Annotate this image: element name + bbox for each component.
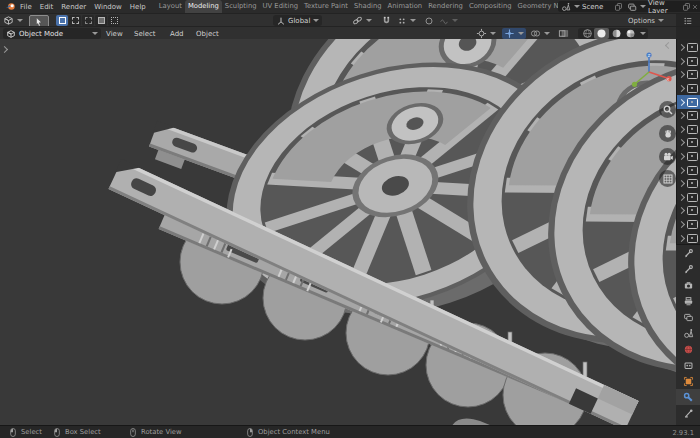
outliner-row[interactable]: [677, 68, 700, 82]
tab-sculpting[interactable]: Sculpting: [222, 0, 260, 13]
tab-uv-editing[interactable]: UV Editing: [260, 0, 301, 13]
tab-object-properties[interactable]: [676, 373, 700, 389]
menu-render[interactable]: Render: [61, 3, 86, 11]
menu-window[interactable]: Window: [94, 3, 122, 11]
transform-orientation-dropdown[interactable]: Global: [273, 15, 322, 26]
editor-type-selector[interactable]: [3, 15, 23, 26]
outliner-row[interactable]: [677, 136, 700, 150]
tab-tool-properties[interactable]: [676, 261, 700, 277]
hint-select: Select: [8, 426, 42, 438]
outliner-row[interactable]: [677, 55, 700, 69]
tab-animation[interactable]: Animation: [385, 0, 426, 13]
properties-editor-icon[interactable]: [676, 245, 700, 261]
mesh-object-icon: [687, 57, 698, 66]
ortho-toggle-button[interactable]: [659, 170, 676, 187]
outliner-row[interactable]: [677, 109, 700, 123]
camera-icon: [662, 151, 674, 163]
editor-3d-viewport-icon: [3, 15, 14, 26]
select-mode-invert[interactable]: [95, 15, 107, 26]
tab-shading[interactable]: Shading: [351, 0, 385, 13]
shading-wireframe[interactable]: [580, 28, 594, 39]
tab-texture-paint[interactable]: Texture Paint: [301, 0, 351, 13]
viewport-model[interactable]: [0, 39, 676, 425]
menu-file[interactable]: File: [20, 3, 32, 11]
outliner-row[interactable]: [677, 82, 700, 96]
view-layer-selector[interactable]: View Layer: [624, 1, 700, 12]
scene-browse-caret: [574, 5, 580, 8]
xray-toggle[interactable]: [558, 28, 569, 39]
outliner-row[interactable]: [677, 123, 700, 137]
snap-settings-dropdown[interactable]: [397, 15, 416, 26]
tab-rendering[interactable]: Rendering: [425, 0, 466, 13]
menu-select[interactable]: Select: [134, 30, 156, 38]
tab-output-properties[interactable]: [676, 293, 700, 309]
tab-render-properties[interactable]: [676, 277, 700, 293]
select-mode-extend[interactable]: [69, 15, 81, 26]
zoom-nav-button[interactable]: [659, 101, 676, 118]
axis-gizmo[interactable]: x z: [628, 51, 676, 95]
snap-dots-icon: [397, 16, 407, 26]
mesh-object-icon: [687, 193, 698, 202]
show-gizmo-toggle[interactable]: [502, 28, 526, 39]
magnet-icon: [381, 15, 392, 26]
status-bar: Select Box Select Rotate View Object Con…: [0, 425, 700, 438]
left-mouse-drag-icon: [52, 427, 62, 438]
menu-edit[interactable]: Edit: [40, 3, 54, 11]
outliner-row[interactable]: [677, 163, 700, 177]
menu-add[interactable]: Add: [170, 30, 184, 38]
tab-modeling[interactable]: Modeling: [185, 0, 222, 13]
shading-solid[interactable]: [594, 28, 609, 39]
pan-nav-button[interactable]: [659, 125, 676, 142]
outliner-row[interactable]: [677, 191, 700, 205]
outliner-row[interactable]: [677, 150, 700, 164]
tab-modifier-properties[interactable]: [676, 389, 700, 405]
remove-view-layer-icon[interactable]: [691, 3, 699, 11]
shading-material[interactable]: [609, 28, 623, 39]
right-mouse-icon: [245, 427, 255, 438]
options-dropdown[interactable]: Options: [628, 15, 664, 26]
select-mode-set[interactable]: [56, 15, 68, 26]
menu-object[interactable]: Object: [196, 30, 219, 38]
select-mode-subtract[interactable]: [82, 15, 94, 26]
outliner-row[interactable]: [677, 177, 700, 191]
outliner-row-selected[interactable]: [677, 95, 700, 109]
outliner-list-icon[interactable]: [683, 16, 693, 26]
toolbar-expand-arrow[interactable]: [2, 47, 7, 52]
menu-help[interactable]: Help: [130, 3, 146, 11]
tab-world-properties[interactable]: [676, 341, 700, 357]
object-mode-icon: [6, 29, 16, 39]
blender-logo-icon[interactable]: [4, 1, 17, 12]
overlays-icon: [530, 28, 541, 39]
new-scene-icon[interactable]: [614, 2, 623, 11]
outliner-row[interactable]: [677, 218, 700, 232]
proportional-falloff-dropdown[interactable]: [439, 15, 458, 26]
hint-object-context-menu: Object Context Menu: [245, 426, 330, 438]
tab-constraint-properties[interactable]: [676, 405, 700, 421]
mode-selector[interactable]: Object Mode: [3, 28, 101, 39]
sidebar-expand-arrow[interactable]: [666, 43, 671, 48]
tab-layout[interactable]: Layout: [156, 0, 185, 13]
tab-view-layer-properties[interactable]: [676, 309, 700, 325]
3d-viewport[interactable]: x z: [0, 39, 677, 425]
menu-view[interactable]: View: [106, 30, 123, 38]
tab-compositing[interactable]: Compositing: [466, 0, 515, 13]
outliner-row[interactable]: [677, 231, 700, 245]
overlays-dropdown[interactable]: [530, 28, 550, 39]
axle-cylinder-1[interactable]: [259, 404, 540, 425]
options-label: Options: [628, 17, 655, 25]
select-mode-intersect[interactable]: [108, 15, 120, 26]
tab-scene-properties[interactable]: [676, 325, 700, 341]
pivot-point-dropdown[interactable]: [476, 28, 496, 39]
snap-toggle[interactable]: [381, 15, 392, 26]
camera-view-button[interactable]: [659, 148, 676, 165]
proportional-editing-toggle[interactable]: [424, 15, 434, 26]
scene-selector[interactable]: Scene: [558, 1, 626, 12]
shading-rendered[interactable]: [623, 28, 637, 39]
snap-target-dropdown[interactable]: [352, 15, 372, 26]
outliner-row[interactable]: [677, 204, 700, 218]
new-view-layer-icon[interactable]: [682, 2, 691, 11]
tab-collection-properties[interactable]: [676, 357, 700, 373]
pan-hand-icon: [662, 128, 674, 140]
outliner-row[interactable]: [677, 41, 700, 55]
select-mode-buttons: [56, 15, 121, 26]
